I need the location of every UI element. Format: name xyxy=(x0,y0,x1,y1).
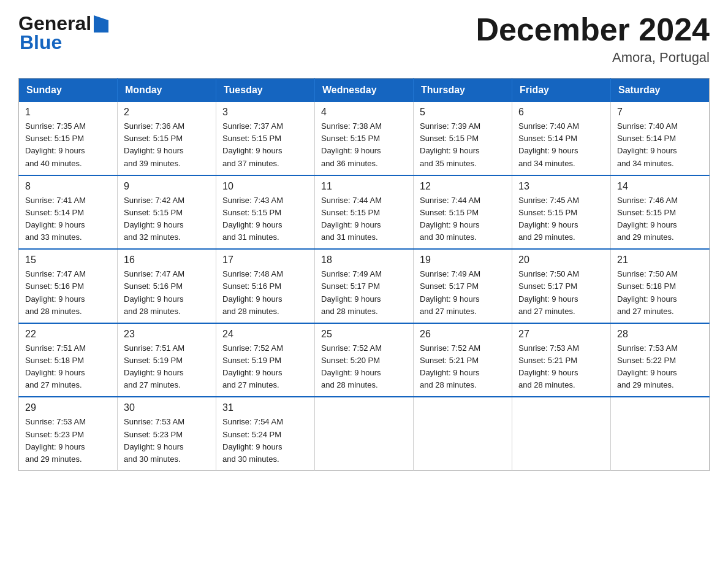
day-number: 27 xyxy=(518,329,604,340)
calendar-cell: 27 Sunrise: 7:53 AM Sunset: 5:21 PM Dayl… xyxy=(512,323,611,397)
calendar-cell: 19 Sunrise: 7:49 AM Sunset: 5:17 PM Dayl… xyxy=(414,249,512,323)
day-info: Sunrise: 7:52 AM Sunset: 5:20 PM Dayligh… xyxy=(321,342,407,392)
col-sunday: Sunday xyxy=(19,79,118,102)
calendar-cell: 2 Sunrise: 7:36 AM Sunset: 5:15 PM Dayli… xyxy=(118,102,216,175)
col-monday: Monday xyxy=(118,79,216,102)
col-friday: Friday xyxy=(512,79,611,102)
calendar-cell: 18 Sunrise: 7:49 AM Sunset: 5:17 PM Dayl… xyxy=(315,249,414,323)
day-number: 10 xyxy=(222,181,308,192)
calendar-cell: 29 Sunrise: 7:53 AM Sunset: 5:23 PM Dayl… xyxy=(19,397,118,470)
day-number: 20 xyxy=(518,255,604,266)
day-number: 6 xyxy=(518,107,604,118)
day-info: Sunrise: 7:53 AM Sunset: 5:23 PM Dayligh… xyxy=(25,416,111,465)
week-row-5: 29 Sunrise: 7:53 AM Sunset: 5:23 PM Dayl… xyxy=(19,397,710,470)
calendar-cell: 25 Sunrise: 7:52 AM Sunset: 5:20 PM Dayl… xyxy=(315,323,414,397)
day-info: Sunrise: 7:37 AM Sunset: 5:15 PM Dayligh… xyxy=(222,120,308,170)
day-info: Sunrise: 7:47 AM Sunset: 5:16 PM Dayligh… xyxy=(25,268,111,318)
calendar-cell: 31 Sunrise: 7:54 AM Sunset: 5:24 PM Dayl… xyxy=(216,397,315,470)
calendar-cell: 21 Sunrise: 7:50 AM Sunset: 5:18 PM Dayl… xyxy=(611,249,710,323)
calendar-cell xyxy=(414,397,512,470)
calendar-cell: 6 Sunrise: 7:40 AM Sunset: 5:14 PM Dayli… xyxy=(512,102,611,175)
day-info: Sunrise: 7:53 AM Sunset: 5:22 PM Dayligh… xyxy=(617,342,703,392)
calendar-cell: 1 Sunrise: 7:35 AM Sunset: 5:15 PM Dayli… xyxy=(19,102,118,175)
day-info: Sunrise: 7:44 AM Sunset: 5:15 PM Dayligh… xyxy=(321,194,407,244)
day-number: 2 xyxy=(124,107,210,118)
day-info: Sunrise: 7:50 AM Sunset: 5:17 PM Dayligh… xyxy=(518,268,604,318)
day-info: Sunrise: 7:40 AM Sunset: 5:14 PM Dayligh… xyxy=(518,120,604,170)
calendar-cell: 26 Sunrise: 7:52 AM Sunset: 5:21 PM Dayl… xyxy=(414,323,512,397)
day-info: Sunrise: 7:46 AM Sunset: 5:15 PM Dayligh… xyxy=(617,194,703,244)
day-number: 3 xyxy=(222,107,308,118)
calendar-cell xyxy=(512,397,611,470)
col-saturday: Saturday xyxy=(611,79,710,102)
day-info: Sunrise: 7:40 AM Sunset: 5:14 PM Dayligh… xyxy=(617,120,703,170)
day-number: 23 xyxy=(124,329,210,340)
day-info: Sunrise: 7:50 AM Sunset: 5:18 PM Dayligh… xyxy=(617,268,703,318)
calendar-cell: 30 Sunrise: 7:53 AM Sunset: 5:23 PM Dayl… xyxy=(118,397,216,470)
calendar-cell: 10 Sunrise: 7:43 AM Sunset: 5:15 PM Dayl… xyxy=(216,175,315,250)
day-info: Sunrise: 7:47 AM Sunset: 5:16 PM Dayligh… xyxy=(124,268,210,318)
day-number: 17 xyxy=(222,255,308,266)
calendar-cell: 23 Sunrise: 7:51 AM Sunset: 5:19 PM Dayl… xyxy=(118,323,216,397)
calendar-cell xyxy=(611,397,710,470)
day-number: 1 xyxy=(25,107,111,118)
day-number: 9 xyxy=(124,181,210,192)
calendar-cell: 22 Sunrise: 7:51 AM Sunset: 5:18 PM Dayl… xyxy=(19,323,118,397)
day-info: Sunrise: 7:43 AM Sunset: 5:15 PM Dayligh… xyxy=(222,194,308,244)
day-number: 4 xyxy=(321,107,407,118)
day-info: Sunrise: 7:35 AM Sunset: 5:15 PM Dayligh… xyxy=(25,120,111,170)
day-number: 24 xyxy=(222,329,308,340)
day-info: Sunrise: 7:51 AM Sunset: 5:19 PM Dayligh… xyxy=(124,342,210,392)
logo: General Blue xyxy=(18,12,110,54)
day-number: 21 xyxy=(617,255,703,266)
calendar-cell: 20 Sunrise: 7:50 AM Sunset: 5:17 PM Dayl… xyxy=(512,249,611,323)
day-number: 18 xyxy=(321,255,407,266)
title-area: December 2024 Amora, Portugal xyxy=(476,12,710,66)
day-info: Sunrise: 7:52 AM Sunset: 5:21 PM Dayligh… xyxy=(420,342,506,392)
week-row-3: 15 Sunrise: 7:47 AM Sunset: 5:16 PM Dayl… xyxy=(19,249,710,323)
week-row-2: 8 Sunrise: 7:41 AM Sunset: 5:14 PM Dayli… xyxy=(19,175,710,250)
day-info: Sunrise: 7:42 AM Sunset: 5:15 PM Dayligh… xyxy=(124,194,210,244)
calendar-cell: 16 Sunrise: 7:47 AM Sunset: 5:16 PM Dayl… xyxy=(118,249,216,323)
day-info: Sunrise: 7:36 AM Sunset: 5:15 PM Dayligh… xyxy=(124,120,210,170)
day-number: 30 xyxy=(124,402,210,413)
day-info: Sunrise: 7:52 AM Sunset: 5:19 PM Dayligh… xyxy=(222,342,308,392)
calendar-cell: 8 Sunrise: 7:41 AM Sunset: 5:14 PM Dayli… xyxy=(19,175,118,250)
day-info: Sunrise: 7:49 AM Sunset: 5:17 PM Dayligh… xyxy=(321,268,407,318)
day-number: 16 xyxy=(124,255,210,266)
day-number: 12 xyxy=(420,181,506,192)
calendar-header-row: Sunday Monday Tuesday Wednesday Thursday… xyxy=(19,79,710,102)
day-number: 8 xyxy=(25,181,111,192)
calendar-table: Sunday Monday Tuesday Wednesday Thursday… xyxy=(18,78,710,471)
day-number: 28 xyxy=(617,329,703,340)
day-info: Sunrise: 7:54 AM Sunset: 5:24 PM Dayligh… xyxy=(222,416,308,465)
day-info: Sunrise: 7:44 AM Sunset: 5:15 PM Dayligh… xyxy=(420,194,506,244)
day-info: Sunrise: 7:48 AM Sunset: 5:16 PM Dayligh… xyxy=(222,268,308,318)
col-thursday: Thursday xyxy=(414,79,512,102)
calendar-cell: 12 Sunrise: 7:44 AM Sunset: 5:15 PM Dayl… xyxy=(414,175,512,250)
day-number: 26 xyxy=(420,329,506,340)
calendar-cell: 15 Sunrise: 7:47 AM Sunset: 5:16 PM Dayl… xyxy=(19,249,118,323)
day-info: Sunrise: 7:53 AM Sunset: 5:21 PM Dayligh… xyxy=(518,342,604,392)
calendar-cell: 28 Sunrise: 7:53 AM Sunset: 5:22 PM Dayl… xyxy=(611,323,710,397)
logo-flag-icon xyxy=(93,15,110,34)
page-header: General Blue December 2024 Amora, Portug… xyxy=(18,12,710,66)
col-wednesday: Wednesday xyxy=(315,79,414,102)
day-number: 29 xyxy=(25,402,111,413)
day-info: Sunrise: 7:41 AM Sunset: 5:14 PM Dayligh… xyxy=(25,194,111,244)
svg-marker-0 xyxy=(94,15,108,33)
day-info: Sunrise: 7:49 AM Sunset: 5:17 PM Dayligh… xyxy=(420,268,506,318)
day-info: Sunrise: 7:39 AM Sunset: 5:15 PM Dayligh… xyxy=(420,120,506,170)
day-info: Sunrise: 7:38 AM Sunset: 5:15 PM Dayligh… xyxy=(321,120,407,170)
day-number: 5 xyxy=(420,107,506,118)
day-number: 11 xyxy=(321,181,407,192)
week-row-1: 1 Sunrise: 7:35 AM Sunset: 5:15 PM Dayli… xyxy=(19,102,710,175)
week-row-4: 22 Sunrise: 7:51 AM Sunset: 5:18 PM Dayl… xyxy=(19,323,710,397)
day-number: 7 xyxy=(617,107,703,118)
month-title: December 2024 xyxy=(476,12,710,47)
day-info: Sunrise: 7:53 AM Sunset: 5:23 PM Dayligh… xyxy=(124,416,210,465)
calendar-cell: 24 Sunrise: 7:52 AM Sunset: 5:19 PM Dayl… xyxy=(216,323,315,397)
calendar-cell: 13 Sunrise: 7:45 AM Sunset: 5:15 PM Dayl… xyxy=(512,175,611,250)
day-number: 13 xyxy=(518,181,604,192)
location: Amora, Portugal xyxy=(476,50,710,66)
